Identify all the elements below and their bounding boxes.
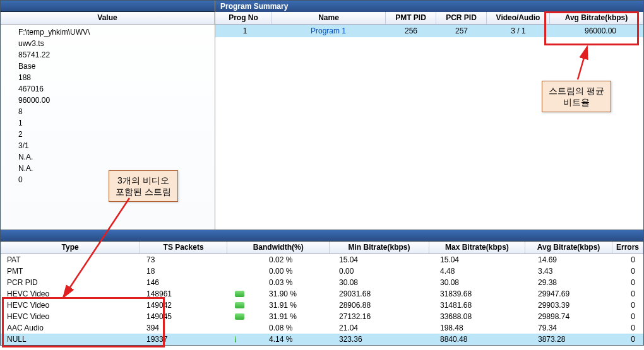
cell-type: NULL	[1, 334, 143, 344]
value-item[interactable]: 188	[18, 72, 215, 83]
value-column-headers: Value	[1, 12, 215, 25]
value-item[interactable]: uwv3.ts	[18, 38, 215, 49]
bcol-bw[interactable]: Bandwidth(%)	[227, 242, 330, 254]
cell-errors: 0	[623, 334, 643, 344]
cell-progno: 1	[215, 25, 272, 37]
cell-packets: 149045	[143, 312, 231, 322]
cell-bandwidth: 31.90 %	[231, 289, 335, 299]
cell-max: 8840.48	[436, 334, 534, 344]
value-item[interactable]: 85741.22	[18, 49, 215, 61]
cell-packets: 146	[143, 277, 231, 288]
col-avg[interactable]: Avg Bitrate(kbps)	[550, 12, 643, 24]
cell-min: 0.00	[335, 266, 436, 276]
bottom-header-bar	[1, 230, 643, 242]
cell-avg: 96000.00	[550, 25, 643, 37]
bcol-type[interactable]: Type	[1, 242, 140, 254]
cell-avg: 29947.69	[534, 289, 623, 299]
cell-max: 30.08	[436, 277, 534, 288]
cell-packets: 148961	[143, 289, 231, 299]
bcol-min[interactable]: Min Bitrate(kbps)	[330, 242, 429, 254]
col-va[interactable]: Video/Audio	[487, 12, 550, 24]
col-name[interactable]: Name	[272, 12, 386, 24]
cell-bandwidth: 31.91 %	[231, 312, 335, 322]
cell-errors: 0	[623, 289, 643, 299]
cell-max: 4.48	[436, 266, 534, 276]
cell-type: PAT	[1, 255, 143, 265]
stream-row[interactable]: NULL193374.14 %323.368840.483873.280	[1, 334, 643, 345]
cell-type: AAC Audio	[1, 323, 143, 333]
col-progno[interactable]: Prog No	[215, 12, 272, 24]
cell-bandwidth: 4.14 %	[231, 334, 335, 344]
stream-row[interactable]: PAT730.02 %15.0415.0414.690	[1, 254, 643, 265]
program-summary-title: Program Summary	[215, 1, 643, 12]
value-item[interactable]: 467016	[18, 83, 215, 95]
cell-errors: 0	[623, 255, 643, 265]
cell-type: PCR PID	[1, 277, 143, 288]
value-list: F:\temp_yhkim\UWV\uwv3.ts85741.22Base188…	[1, 25, 215, 185]
stream-row[interactable]: PCR PID1460.03 %30.0830.0829.380	[1, 277, 643, 288]
bottom-column-headers: Type TS Packets Bandwidth(%) Min Bitrate…	[1, 242, 643, 254]
cell-avg: 3873.28	[534, 334, 623, 344]
cell-name: Program 1	[272, 25, 386, 37]
cell-avg: 29.38	[534, 277, 623, 288]
stream-row[interactable]: HEVC Video14904231.91 %28906.8831481.682…	[1, 300, 643, 311]
bcol-max[interactable]: Max Bitrate(kbps)	[429, 242, 525, 254]
value-panel: Value F:\temp_yhkim\UWV\uwv3.ts85741.22B…	[1, 1, 215, 230]
cell-avg: 3.43	[534, 266, 623, 276]
col-pcr[interactable]: PCR PID	[436, 12, 487, 24]
cell-min: 15.04	[335, 255, 436, 265]
stream-row[interactable]: AAC Audio3940.08 %21.04198.4879.340	[1, 322, 643, 334]
bcol-pkts[interactable]: TS Packets	[140, 242, 227, 254]
value-item[interactable]: Base	[18, 61, 215, 72]
cell-pmt: 256	[386, 25, 436, 37]
cell-errors: 0	[623, 277, 643, 288]
cell-type: PMT	[1, 266, 143, 276]
cell-avg: 29903.39	[534, 300, 623, 310]
cell-type: HEVC Video	[1, 312, 143, 322]
callout-streams: 3개의 비디오 포함된 스트림	[109, 170, 178, 202]
value-header-bar	[1, 1, 215, 12]
cell-packets: 73	[143, 255, 231, 265]
cell-errors: 0	[623, 300, 643, 310]
cell-max: 31481.68	[436, 300, 534, 310]
cell-bandwidth: 0.08 %	[231, 323, 335, 333]
cell-avg: 79.34	[534, 323, 623, 333]
cell-min: 21.04	[335, 323, 436, 333]
cell-va: 3 / 1	[487, 25, 550, 37]
value-column-header[interactable]: Value	[1, 12, 215, 24]
bottom-panel: Type TS Packets Bandwidth(%) Min Bitrate…	[0, 230, 644, 346]
cell-type: HEVC Video	[1, 300, 143, 310]
program-summary-panel: Program Summary Prog No Name PMT PID PCR…	[215, 1, 643, 230]
value-item[interactable]: N.A.	[18, 151, 215, 163]
cell-min: 30.08	[335, 277, 436, 288]
cell-packets: 149042	[143, 300, 231, 310]
col-pmt[interactable]: PMT PID	[386, 12, 436, 24]
bcol-avgb[interactable]: Avg Bitrate(kbps)	[525, 242, 612, 254]
bcol-err[interactable]: Errors	[612, 242, 643, 254]
cell-errors: 0	[623, 312, 643, 322]
cell-packets: 394	[143, 323, 231, 333]
cell-pcr: 257	[436, 25, 487, 37]
cell-min: 27132.16	[335, 312, 436, 322]
value-item[interactable]: 2	[18, 129, 215, 140]
program-row[interactable]: 1 Program 1 256 257 3 / 1 96000.00	[215, 25, 643, 37]
program-summary-headers: Prog No Name PMT PID PCR PID Video/Audio…	[215, 12, 643, 25]
cell-min: 323.36	[335, 334, 436, 344]
cell-bandwidth: 0.00 %	[231, 266, 335, 276]
cell-max: 15.04	[436, 255, 534, 265]
callout-avg-bitrate: 스트림의 평균 비트율	[542, 81, 611, 112]
cell-packets: 18	[143, 266, 231, 276]
cell-max: 33688.08	[436, 312, 534, 322]
stream-row[interactable]: HEVC Video14896131.90 %29031.6831839.682…	[1, 288, 643, 300]
value-item[interactable]: 3/1	[18, 140, 215, 151]
value-item[interactable]: F:\temp_yhkim\UWV\	[18, 26, 215, 38]
stream-row[interactable]: PMT180.00 %0.004.483.430	[1, 265, 643, 277]
value-item[interactable]: 8	[18, 106, 215, 117]
cell-max: 31839.68	[436, 289, 534, 299]
stream-row[interactable]: HEVC Video14904531.91 %27132.1633688.082…	[1, 311, 643, 322]
value-item[interactable]: 96000.00	[18, 95, 215, 106]
value-item[interactable]: 1	[18, 117, 215, 129]
cell-packets: 19337	[143, 334, 231, 344]
cell-type: HEVC Video	[1, 289, 143, 299]
cell-bandwidth: 0.03 %	[231, 277, 335, 288]
